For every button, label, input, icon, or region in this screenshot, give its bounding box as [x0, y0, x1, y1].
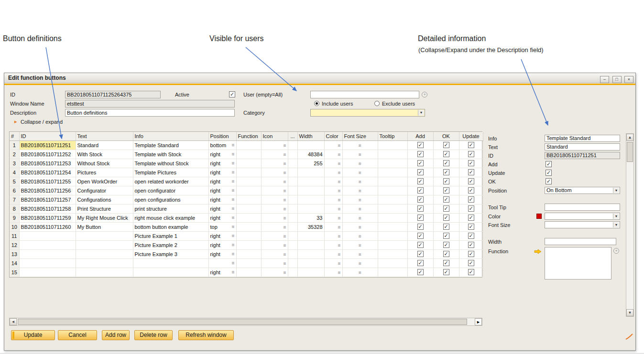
position-cell[interactable]: right≡ — [208, 240, 236, 249]
picker-icon[interactable]: ≡ — [338, 261, 341, 266]
row-number-cell[interactable]: 9 — [10, 213, 19, 222]
id-cell[interactable]: BB201805110711257 — [19, 195, 76, 204]
chevron-down-icon[interactable]: ▼ — [613, 188, 619, 193]
picker-icon[interactable]: ≡ — [338, 206, 341, 212]
checkbox[interactable]: ✓ — [417, 187, 424, 194]
info-cell[interactable] — [133, 258, 208, 268]
color-cell[interactable]: ≡ — [324, 268, 342, 277]
picker-icon[interactable]: ≡ — [232, 197, 235, 202]
checkbox[interactable]: ✓ — [468, 196, 474, 203]
picker-icon[interactable]: ≡ — [338, 170, 341, 175]
fontsize-cell[interactable]: ≡ — [342, 240, 378, 249]
checkbox[interactable]: ✓ — [468, 242, 474, 248]
vertical-scroll-thumb[interactable] — [627, 142, 633, 162]
color-cell[interactable]: ≡ — [324, 231, 342, 240]
checkbox[interactable]: ✓ — [417, 242, 424, 248]
picker-icon[interactable]: ≡ — [284, 234, 286, 239]
update-button[interactable]: Update — [11, 330, 55, 340]
function-cell[interactable] — [236, 159, 261, 168]
icon-cell[interactable]: ≡ — [261, 177, 288, 186]
text-cell[interactable]: Configurations — [76, 195, 133, 204]
choose-from-list-icon[interactable]: ≡ — [422, 92, 427, 97]
checkbox[interactable]: ✓ — [443, 160, 449, 166]
fontsize-cell[interactable]: ≡ — [342, 168, 378, 177]
color-swatch[interactable] — [536, 214, 542, 219]
more-cell[interactable] — [288, 258, 297, 268]
column-header[interactable]: # — [10, 132, 19, 140]
column-header[interactable]: Function — [236, 132, 261, 140]
info-cell[interactable]: print structure — [133, 204, 208, 213]
column-header[interactable]: Font Size — [342, 132, 378, 140]
id-cell[interactable]: BB201805110711259 — [19, 213, 76, 222]
width-cell[interactable] — [297, 231, 324, 240]
picker-icon[interactable]: ≡ — [359, 143, 361, 148]
info-cell[interactable]: Template Standard — [133, 140, 208, 150]
row-number-cell[interactable]: 10 — [10, 222, 19, 231]
more-cell[interactable] — [288, 195, 297, 204]
column-header[interactable]: Tooltip — [378, 132, 407, 140]
function-cell[interactable] — [236, 231, 261, 240]
text-cell[interactable]: Configurator — [76, 186, 133, 195]
category-dropdown[interactable]: ▼ — [310, 109, 425, 117]
icon-cell[interactable]: ≡ — [261, 204, 288, 213]
picker-icon[interactable]: ≡ — [359, 243, 361, 248]
id-cell[interactable]: BB201805110711258 — [19, 204, 76, 213]
picker-icon[interactable]: ≡ — [232, 152, 235, 157]
text-cell[interactable]: Print Structure — [76, 204, 133, 213]
color-cell[interactable]: ≡ — [324, 159, 342, 168]
maximize-icon[interactable]: □ — [612, 76, 622, 83]
row-number-cell[interactable]: 5 — [10, 177, 19, 186]
tooltip-cell[interactable] — [378, 195, 407, 204]
function-cell[interactable] — [236, 258, 261, 268]
fontsize-cell[interactable]: ≡ — [342, 150, 378, 159]
checkbox[interactable]: ✓ — [443, 178, 449, 184]
color-cell[interactable]: ≡ — [324, 140, 342, 150]
checkbox[interactable]: ✓ — [468, 251, 474, 257]
position-cell[interactable]: right≡ — [208, 186, 236, 195]
close-icon[interactable]: × — [624, 76, 633, 83]
color-cell[interactable]: ≡ — [324, 258, 342, 268]
detail-ok-checkbox[interactable]: ✓ — [546, 178, 552, 184]
detail-update-checkbox[interactable]: ✓ — [546, 170, 552, 176]
text-cell[interactable]: Open WorkOrder — [76, 177, 133, 186]
checkbox[interactable]: ✓ — [468, 187, 474, 194]
detail-color-dropdown[interactable]: ▼ — [545, 213, 620, 220]
position-cell[interactable]: right≡ — [208, 150, 236, 159]
checkbox[interactable]: ✓ — [417, 169, 424, 175]
checkbox[interactable]: ✓ — [468, 151, 474, 157]
picker-icon[interactable]: ≡ — [284, 170, 286, 175]
row-number-cell[interactable]: 12 — [10, 240, 19, 249]
info-cell[interactable]: open related workorder — [133, 177, 208, 186]
tooltip-cell[interactable] — [378, 240, 407, 249]
width-cell[interactable] — [297, 195, 324, 204]
text-cell[interactable]: My Right Mouse Click — [76, 213, 133, 222]
tooltip-cell[interactable] — [378, 204, 407, 213]
column-header[interactable]: Position — [208, 132, 236, 140]
checkbox[interactable]: ✓ — [443, 242, 449, 248]
checkbox[interactable]: ✓ — [417, 178, 424, 184]
width-cell[interactable] — [297, 240, 324, 249]
checkbox[interactable]: ✓ — [417, 251, 424, 257]
checkbox[interactable]: ✓ — [468, 169, 474, 175]
row-number-cell[interactable]: 15 — [10, 268, 19, 277]
text-cell[interactable] — [76, 231, 133, 240]
width-cell[interactable] — [297, 140, 324, 150]
info-cell[interactable]: open configurator — [133, 186, 208, 195]
picker-icon[interactable]: ≡ — [232, 225, 235, 229]
fontsize-cell[interactable]: ≡ — [342, 186, 378, 195]
width-cell[interactable]: 48384 — [297, 150, 324, 159]
picker-icon[interactable]: ≡ — [359, 197, 361, 203]
fontsize-cell[interactable]: ≡ — [342, 140, 378, 150]
picker-icon[interactable]: ≡ — [338, 161, 341, 166]
picker-icon[interactable]: ≡ — [338, 152, 341, 157]
text-cell[interactable]: With Stock — [76, 150, 133, 159]
width-cell[interactable] — [297, 258, 324, 268]
text-cell[interactable] — [76, 268, 133, 277]
function-cell[interactable] — [236, 195, 261, 204]
text-cell[interactable]: My Button — [76, 222, 133, 231]
picker-icon[interactable]: ≡ — [338, 243, 341, 248]
picker-icon[interactable]: ≡ — [359, 270, 361, 275]
scroll-up-icon[interactable]: ▲ — [626, 134, 633, 141]
tooltip-cell[interactable] — [378, 140, 407, 150]
detail-font-size-dropdown[interactable]: ▼ — [545, 221, 620, 228]
